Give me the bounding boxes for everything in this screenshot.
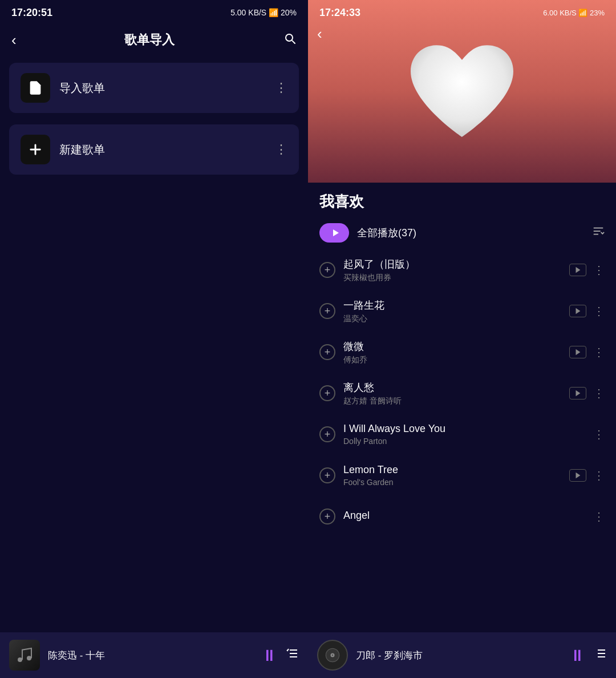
song-artist: Dolly Parton bbox=[343, 437, 585, 446]
svg-point-1 bbox=[27, 656, 31, 660]
import-playlist-item[interactable]: 导入歌单 ⋮ bbox=[9, 63, 299, 113]
song-add-button[interactable]: + bbox=[319, 385, 335, 401]
new-playlist-label: 新建歌单 bbox=[59, 142, 105, 158]
plus-icon bbox=[27, 142, 43, 158]
song-list: +起风了（旧版）买辣椒也用券⋮+一路生花温奕心⋮+微微傅如乔⋮+离人愁赵方婧 音… bbox=[308, 249, 616, 537]
new-more-button[interactable]: ⋮ bbox=[275, 142, 287, 157]
song-add-button[interactable]: + bbox=[319, 344, 335, 360]
heart-image bbox=[399, 34, 525, 148]
status-right-icons: 6.00 KB/S 📶 23% bbox=[543, 9, 605, 17]
status-icons-right: 6.00 KB/S 📶 23% bbox=[543, 9, 605, 17]
song-info: I Will Always Love YouDolly Parton bbox=[343, 423, 585, 446]
now-playing-title-right: 刀郎 - 罗刹海市 bbox=[356, 649, 561, 662]
song-info: 微微傅如乔 bbox=[343, 340, 561, 365]
song-more-button[interactable]: ⋮ bbox=[593, 510, 605, 523]
pause-button-right[interactable]: ⏸ bbox=[569, 646, 585, 665]
now-playing-title-left: 陈奕迅 - 十年 bbox=[48, 649, 253, 662]
status-bar-right: 17:24:33 6.00 KB/S 📶 23% bbox=[308, 0, 616, 23]
svg-marker-13 bbox=[576, 473, 581, 479]
song-item[interactable]: +离人愁赵方婧 音阙诗听⋮ bbox=[308, 373, 616, 414]
back-button-left[interactable]: ‹ bbox=[11, 31, 17, 49]
song-more-button[interactable]: ⋮ bbox=[593, 469, 605, 482]
import-icon-container bbox=[21, 73, 50, 103]
song-title: I Will Always Love You bbox=[343, 423, 585, 435]
song-add-button[interactable]: + bbox=[319, 303, 335, 319]
svg-marker-9 bbox=[576, 267, 581, 273]
song-info: Lemon TreeFool's Garden bbox=[343, 464, 561, 487]
song-item[interactable]: +I Will Always Love YouDolly Parton⋮ bbox=[308, 414, 616, 455]
playlist-title: 我喜欢 bbox=[308, 183, 616, 216]
svg-marker-12 bbox=[576, 390, 581, 397]
song-title: 一路生花 bbox=[343, 298, 561, 312]
song-mv-button[interactable] bbox=[569, 346, 586, 358]
page-title-left: 歌单导入 bbox=[124, 31, 175, 49]
song-more-button[interactable]: ⋮ bbox=[593, 427, 605, 441]
search-button-left[interactable] bbox=[283, 31, 297, 49]
song-mv-button[interactable] bbox=[569, 305, 586, 317]
now-playing-thumb-left bbox=[9, 640, 40, 671]
status-time-left: 17:20:51 bbox=[11, 7, 52, 19]
song-mv-button[interactable] bbox=[569, 264, 586, 276]
now-playing-thumb-right bbox=[317, 640, 348, 671]
playlist-button-right[interactable] bbox=[593, 647, 607, 664]
left-panel: 17:20:51 5.00 KB/S 📶 20% ‹ 歌单导入 导入歌单 ⋮ bbox=[0, 0, 308, 678]
pause-button-left[interactable]: ⏸ bbox=[261, 646, 277, 665]
status-time-right: 17:24:33 bbox=[319, 7, 360, 19]
music-note-icon bbox=[15, 646, 34, 664]
play-all-row: 全部播放(37) bbox=[308, 216, 616, 249]
playback-controls-right: ⏸ bbox=[569, 646, 607, 665]
svg-marker-11 bbox=[576, 349, 581, 356]
song-actions: ⋮ bbox=[569, 345, 605, 359]
vinyl-icon bbox=[325, 647, 341, 663]
song-add-button[interactable]: + bbox=[319, 508, 335, 524]
top-bar-left: ‹ 歌单导入 bbox=[0, 23, 308, 57]
song-actions: ⋮ bbox=[593, 427, 605, 441]
song-artist: 傅如乔 bbox=[343, 355, 561, 365]
svg-point-16 bbox=[332, 655, 333, 656]
song-add-button[interactable]: + bbox=[319, 262, 335, 278]
import-more-button[interactable]: ⋮ bbox=[275, 80, 287, 95]
playlist-content[interactable]: 我喜欢 全部播放(37) +起风了（旧版）买辣椒也用券⋮+一路生花温奕心⋮+微微… bbox=[308, 183, 616, 678]
song-title: 离人愁 bbox=[343, 381, 561, 394]
song-mv-button[interactable] bbox=[569, 387, 586, 399]
song-more-button[interactable]: ⋮ bbox=[593, 304, 605, 318]
new-playlist-item[interactable]: 新建歌单 ⋮ bbox=[9, 124, 299, 175]
svg-point-0 bbox=[18, 657, 22, 662]
song-title: Angel bbox=[343, 510, 585, 522]
song-actions: ⋮ bbox=[593, 510, 605, 523]
song-more-button[interactable]: ⋮ bbox=[593, 386, 605, 400]
now-playing-bar-left: 陈奕迅 - 十年 ⏸ bbox=[0, 632, 308, 678]
svg-marker-5 bbox=[333, 229, 339, 236]
song-more-button[interactable]: ⋮ bbox=[593, 263, 605, 277]
sort-icon[interactable] bbox=[592, 225, 605, 241]
song-info: 一路生花温奕心 bbox=[343, 298, 561, 324]
svg-marker-10 bbox=[576, 308, 581, 314]
status-icons-left: 5.00 KB/S 📶 20% bbox=[230, 8, 297, 17]
song-title: 微微 bbox=[343, 340, 561, 353]
song-add-button[interactable]: + bbox=[319, 467, 335, 483]
song-item[interactable]: +起风了（旧版）买辣椒也用券⋮ bbox=[308, 249, 616, 290]
back-button-right[interactable]: ‹ bbox=[317, 25, 322, 43]
song-add-button[interactable]: + bbox=[319, 426, 335, 442]
song-title: 起风了（旧版） bbox=[343, 257, 561, 271]
song-artist: 赵方婧 音阙诗听 bbox=[343, 396, 561, 406]
song-more-button[interactable]: ⋮ bbox=[593, 345, 605, 359]
song-mv-button[interactable] bbox=[569, 469, 586, 482]
song-actions: ⋮ bbox=[569, 304, 605, 318]
song-item[interactable]: +一路生花温奕心⋮ bbox=[308, 290, 616, 332]
song-title: Lemon Tree bbox=[343, 464, 561, 476]
play-icon bbox=[331, 228, 340, 237]
playback-controls-left: ⏸ bbox=[261, 646, 299, 665]
song-info: Angel bbox=[343, 510, 585, 523]
hero-section: ‹ bbox=[308, 0, 616, 183]
song-item[interactable]: +Angel⋮ bbox=[308, 496, 616, 537]
song-item[interactable]: +微微傅如乔⋮ bbox=[308, 332, 616, 373]
song-actions: ⋮ bbox=[569, 263, 605, 277]
song-artist: 买辣椒也用券 bbox=[343, 273, 561, 283]
song-item[interactable]: +Lemon TreeFool's Garden⋮ bbox=[308, 455, 616, 496]
play-all-button[interactable] bbox=[319, 223, 349, 243]
playlist-button-left[interactable] bbox=[285, 647, 299, 664]
song-artist: 温奕心 bbox=[343, 314, 561, 324]
new-icon-container bbox=[21, 135, 50, 164]
now-playing-bar-right: 刀郎 - 罗刹海市 ⏸ bbox=[308, 632, 616, 678]
